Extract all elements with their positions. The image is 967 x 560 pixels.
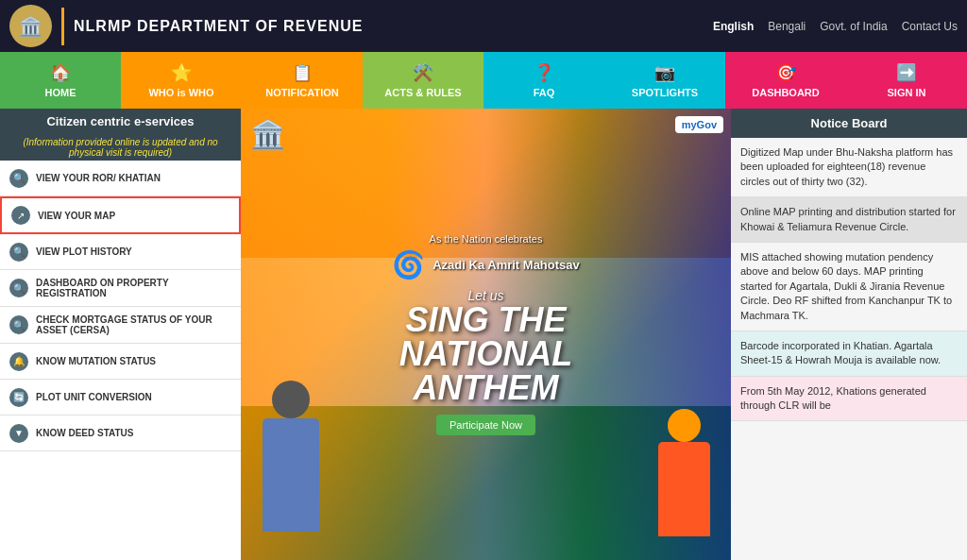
sidebar-item-plot-history[interactable]: 🔍 VIEW PLOT HISTORY	[0, 234, 241, 270]
share-icon: ↗	[11, 206, 30, 225]
top-bar-right: English Bengali Govt. of India Contact U…	[713, 20, 958, 33]
main-content: Citizen centric e-services (Information …	[0, 109, 967, 560]
nav-home-label: HOME	[45, 87, 76, 98]
nav-faq[interactable]: ❓ FAQ	[484, 52, 604, 109]
home-icon: 🏠	[50, 62, 71, 83]
sidebar-map-label: VIEW YOUR MAP	[38, 211, 115, 221]
notice-item-5: From 5th May 2012, Khations generated th…	[731, 377, 967, 422]
sidebar-item-mutation[interactable]: 🔔 KNOW MUTATION STATUS	[0, 344, 241, 380]
nav-home[interactable]: 🏠 HOME	[0, 52, 121, 109]
govt-india-link[interactable]: Govt. of India	[820, 20, 887, 33]
lang-bengali-link[interactable]: Bengali	[768, 20, 806, 33]
sidebar-item-map[interactable]: ↗ VIEW YOUR MAP ➜	[0, 196, 241, 234]
sidebar-subtitle: (Information provided online is updated …	[0, 134, 241, 161]
sidebar-item-plot-unit[interactable]: 🔄 PLOT UNIT CONVERSION	[0, 380, 241, 416]
acts-icon: ⚒️	[413, 62, 433, 83]
sidebar-item-mortgage[interactable]: 🔍 CHECK MORTGAGE STATUS OF YOUR ASSET (C…	[0, 307, 241, 344]
participate-button[interactable]: Participate Now	[436, 415, 535, 435]
notice-item-1: Digitized Map under Bhu-Naksha platform …	[731, 138, 967, 197]
sidebar-title: Citizen centric e-services	[0, 109, 241, 134]
sidebar-item-ror[interactable]: 🔍 VIEW YOUR ROR/ KHATIAN	[0, 161, 241, 196]
person-silhouette-left	[246, 381, 335, 560]
dashboard-icon: 🎯	[775, 62, 796, 83]
mortgage-icon: 🔍	[9, 315, 28, 334]
notice-board: Notice Board Digitized Map under Bhu-Nak…	[731, 109, 967, 560]
sidebar-dashboard-prop-label: DASHBOARD ON PROPERTY REGISTRATION	[36, 278, 236, 298]
nav-dash-label: DASHBOARD	[752, 87, 820, 98]
mygov-badge: myGov	[675, 116, 723, 133]
mygov-label: myGov	[675, 116, 723, 133]
banner-big-text-1: SING THE	[392, 303, 580, 337]
notice-text-1: Digitized Map under Bhu-Naksha platform …	[740, 146, 953, 187]
sidebar-mortgage-label: CHECK MORTGAGE STATUS OF YOUR ASSET (CER…	[36, 314, 236, 335]
signin-icon: ➡️	[896, 62, 917, 83]
sidebar-items: 🔍 VIEW YOUR ROR/ KHATIAN ↗ VIEW YOUR MAP…	[0, 161, 241, 451]
top-bar-left: 🏛️ NLRMP DEPARTMENT OF REVENUE	[9, 5, 363, 47]
contact-us-link[interactable]: Contact Us	[902, 20, 958, 33]
notice-item-2: Online MAP printing and distribution sta…	[731, 197, 967, 243]
sidebar-item-dashboard-prop[interactable]: 🔍 DASHBOARD ON PROPERTY REGISTRATION	[0, 270, 241, 307]
top-bar: 🏛️ NLRMP DEPARTMENT OF REVENUE English B…	[0, 0, 967, 52]
notice-item-4: Barcode incorporated in Khatian. Agartal…	[731, 331, 967, 377]
nav-who-is-who[interactable]: ⭐ WHO is WHO	[121, 52, 242, 109]
sidebar-deed-label: KNOW DEED STATUS	[36, 428, 134, 438]
dept-title: NLRMP DEPARTMENT OF REVENUE	[74, 18, 363, 35]
spotlights-icon: 📷	[654, 62, 675, 83]
nav-spotlights[interactable]: 📷 SPOTLIGHTS	[604, 52, 725, 109]
nav-notif-label: NOTIFICATION	[265, 87, 338, 98]
banner-big-text-3: ANTHEM	[392, 371, 580, 405]
center-banner: 🏛️ As the Nation celebrates 🌀 Azadi Ka A…	[241, 109, 731, 560]
nav-acts-label: ACTS & RULES	[384, 87, 461, 98]
who-icon: ⭐	[171, 62, 192, 83]
notice-text-3: MIS attached showing mutation pendency a…	[740, 251, 952, 321]
sidebar-mutation-label: KNOW MUTATION STATUS	[36, 356, 156, 366]
nav-notification[interactable]: 📋 NOTIFICATION	[242, 52, 363, 109]
event-name: Azadi Ka Amrit Mahotsav	[433, 258, 580, 272]
sidebar-plot-history-label: VIEW PLOT HISTORY	[36, 246, 132, 257]
azadi-emblem: 🌀	[392, 249, 425, 280]
notice-item-3: MIS attached showing mutation pendency a…	[731, 243, 967, 331]
sidebar-ror-label: VIEW YOUR ROR/ KHATIAN	[36, 173, 161, 183]
banner-content: As the Nation celebrates 🌀 Azadi Ka Amri…	[392, 233, 580, 435]
deed-icon: ▼	[9, 424, 28, 443]
mutation-icon: 🔔	[9, 352, 28, 371]
govt-emblem-banner: 🏛️	[250, 118, 285, 151]
notice-items: Digitized Map under Bhu-Naksha platform …	[731, 138, 967, 556]
notice-text-4: Barcode incorporated in Khatian. Agartal…	[740, 340, 941, 365]
person-silhouette-right	[646, 409, 721, 560]
banner-big-text-2: NATIONAL	[392, 337, 580, 371]
history-icon: 🔍	[9, 243, 28, 262]
nav-who-label: WHO is WHO	[148, 87, 213, 98]
lang-english-link[interactable]: English	[713, 20, 754, 33]
search-icon: 🔍	[9, 169, 28, 188]
plot-unit-icon: 🔄	[9, 388, 28, 407]
nav-spot-label: SPOTLIGHTS	[632, 87, 698, 98]
dashboard-prop-icon: 🔍	[9, 279, 28, 297]
nav-sign-label: SIGN IN	[888, 87, 926, 98]
faq-icon: ❓	[534, 62, 554, 83]
notice-text-5: From 5th May 2012, Khations generated th…	[740, 385, 926, 411]
notice-text-2: Online MAP printing and distribution sta…	[740, 206, 956, 231]
banner-logo-row: 🌀 Azadi Ka Amrit Mahotsav	[392, 249, 580, 280]
divider	[61, 8, 64, 45]
nav-acts-rules[interactable]: ⚒️ ACTS & RULES	[363, 52, 484, 109]
banner-top-text: As the Nation celebrates	[392, 233, 580, 245]
notification-icon: 📋	[292, 62, 313, 83]
nav-faq-label: FAQ	[534, 87, 555, 98]
sidebar: Citizen centric e-services (Information …	[0, 109, 241, 560]
nav-dashboard[interactable]: 🎯 DASHBOARD	[725, 52, 846, 109]
nav-bar: 🏠 HOME ⭐ WHO is WHO 📋 NOTIFICATION ⚒️ AC…	[0, 52, 967, 109]
sidebar-plot-unit-label: PLOT UNIT CONVERSION	[36, 392, 152, 402]
nav-signin[interactable]: ➡️ SIGN IN	[846, 52, 967, 109]
notice-board-title: Notice Board	[731, 109, 967, 138]
sidebar-item-deed[interactable]: ▼ KNOW DEED STATUS	[0, 416, 241, 451]
govt-emblem: 🏛️	[9, 5, 52, 47]
